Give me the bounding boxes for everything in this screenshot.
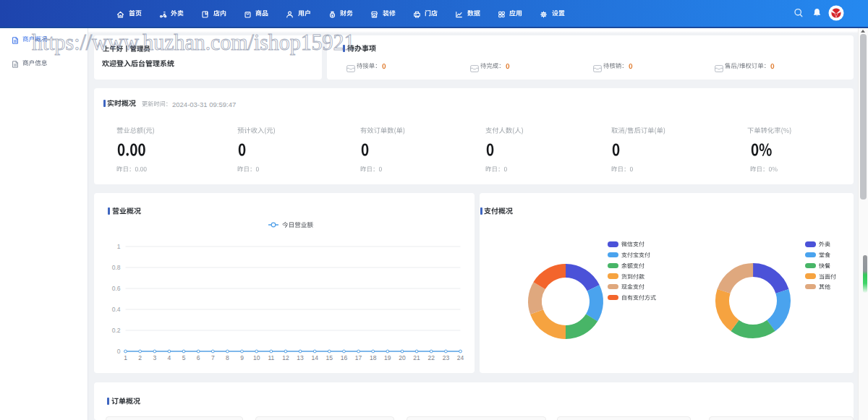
svg-text:2: 2 [138,354,142,361]
svg-text:10: 10 [253,354,260,361]
svg-text:0.8: 0.8 [112,264,121,271]
svg-text:17: 17 [355,354,362,361]
svg-text:23: 23 [443,354,450,361]
svg-text:0.2: 0.2 [112,327,121,334]
svg-text:22: 22 [427,354,435,361]
svg-text:19: 19 [384,354,391,361]
svg-text:0.4: 0.4 [112,306,121,313]
svg-text:18: 18 [370,354,377,361]
svg-text:12: 12 [282,354,289,361]
svg-text:13: 13 [297,354,304,361]
svg-text:20: 20 [399,354,406,361]
svg-text:21: 21 [413,354,420,361]
svg-text:4: 4 [168,354,171,361]
svg-text:3: 3 [153,354,156,361]
svg-text:6: 6 [197,354,200,361]
svg-text:0.6: 0.6 [112,285,121,292]
svg-text:11: 11 [268,354,274,361]
svg-text:16: 16 [341,354,348,361]
svg-text:9: 9 [240,354,244,361]
svg-text:0: 0 [117,348,121,355]
svg-text:8: 8 [226,354,229,361]
svg-text:15: 15 [326,354,333,361]
svg-text:5: 5 [182,354,186,361]
svg-text:14: 14 [311,354,318,361]
svg-text:1: 1 [124,354,127,361]
svg-text:24: 24 [457,354,464,361]
svg-text:1: 1 [117,243,121,250]
svg-text:7: 7 [211,354,215,361]
